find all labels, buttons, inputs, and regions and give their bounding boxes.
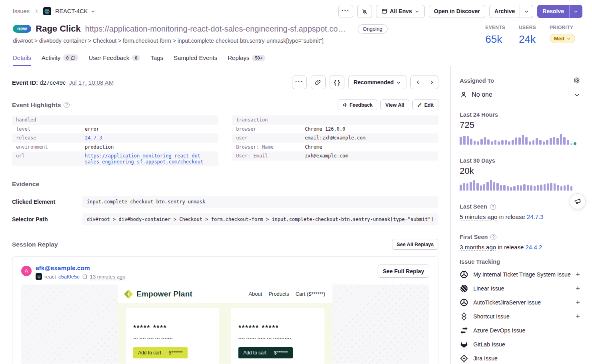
new-badge: new xyxy=(13,25,31,33)
replayed-site: Empower Plant About Products Cart ($****… xyxy=(118,284,332,364)
gitlab-icon xyxy=(460,340,468,349)
last-30-days-chart xyxy=(460,179,572,191)
tab-tags[interactable]: Tags xyxy=(150,54,163,66)
evidence-section: Evidence Clicked Element input.complete-… xyxy=(12,181,438,225)
chart-bar xyxy=(487,139,490,145)
megaphone-icon xyxy=(574,197,582,205)
previous-event-button[interactable] xyxy=(410,76,425,89)
chart-bar xyxy=(529,141,531,145)
see-all-replays-button[interactable]: See All Replays xyxy=(392,239,439,250)
replay-time-ago[interactable]: 13 minutes ago xyxy=(90,274,126,280)
chart-bar xyxy=(463,136,466,145)
issue-tracking-item[interactable]: Shortcut Issue + xyxy=(460,312,580,321)
site-brand: Empower Plant xyxy=(124,289,192,299)
highlight-key: browser xyxy=(236,126,305,132)
tab-sampled-events[interactable]: Sampled Events xyxy=(174,54,217,66)
issue-tracking-block: Issue Tracking My Internal Ticket Triage… xyxy=(460,259,580,363)
tab-replays[interactable]: Replays50+ xyxy=(228,54,265,66)
next-event-button[interactable] xyxy=(425,76,438,89)
archive-dropdown-button[interactable] xyxy=(520,5,533,18)
event-more-button[interactable]: ··· xyxy=(292,76,307,89)
chart-bar xyxy=(515,137,518,145)
highlight-value: zxh@example.com xyxy=(305,153,348,159)
evidence-row: Selector Path div#root > div#body-contai… xyxy=(12,213,438,225)
resolve-button[interactable]: Resolve xyxy=(537,5,569,18)
replay-card: A afk@example.com react c5af0e5c 13 minu… xyxy=(12,256,438,364)
chart-bar xyxy=(503,185,505,191)
highlight-row: transaction -- xyxy=(232,115,438,125)
json-button[interactable]: { } xyxy=(330,76,344,89)
session-replay-title: Session Replay xyxy=(12,241,58,248)
resolve-dropdown-button[interactable] xyxy=(569,5,582,18)
highlight-row: user email:zxh@example.com xyxy=(232,133,438,143)
site-nav-products: Products xyxy=(268,291,289,297)
help-icon[interactable]: ? xyxy=(490,234,496,240)
copy-link-button[interactable] xyxy=(311,76,326,89)
issue-tracking-item[interactable]: Azure DevOps Issue xyxy=(460,326,580,335)
chart-bar xyxy=(493,182,495,191)
first-seen-release-link[interactable]: 24.4.2 xyxy=(526,244,542,251)
event-highlights-title: Event Highlights ? xyxy=(12,101,70,109)
archive-button[interactable]: Archive xyxy=(489,5,520,18)
highlight-row: handled -- xyxy=(12,115,218,125)
replay-user-link[interactable]: afk@example.com xyxy=(36,265,126,272)
highlight-value[interactable]: 24.7.3 xyxy=(85,135,102,141)
assignee-selector[interactable]: No one xyxy=(460,91,580,99)
view-all-button[interactable]: View All xyxy=(380,99,409,110)
event-timestamp[interactable]: Jul 17, 10:08 AM xyxy=(69,79,114,86)
add-issue-link-button[interactable]: + xyxy=(576,312,580,321)
chart-bar xyxy=(505,140,507,145)
mute-alerts-button[interactable] xyxy=(357,5,372,18)
add-issue-link-button[interactable]: + xyxy=(576,284,580,293)
chevron-right-icon xyxy=(429,80,434,85)
replay-id-link[interactable]: c5af0e5c xyxy=(58,274,80,280)
help-icon[interactable]: ? xyxy=(64,102,70,108)
see-full-replay-button[interactable]: See Full Replay xyxy=(378,265,429,278)
highlight-row: release 24.7.3 xyxy=(12,133,218,143)
issue-tracking-item[interactable]: Linear Issue + xyxy=(460,284,580,293)
react-project-icon xyxy=(36,273,42,280)
chart-bar xyxy=(567,140,569,145)
feedback-float-button[interactable] xyxy=(570,193,586,209)
chart-bar xyxy=(570,143,573,145)
issue-tracking-item[interactable]: GitLab Issue xyxy=(460,340,580,349)
chart-bar xyxy=(507,186,509,191)
event-sort-dropdown[interactable]: Recommended xyxy=(348,76,406,89)
issue-tracking-item[interactable]: My Internal Ticket Triage System Issue + xyxy=(460,270,580,279)
last-seen-release-link[interactable]: 24.7.3 xyxy=(527,213,544,220)
resolve-button-group: Resolve xyxy=(537,5,582,18)
issue-tracking-item[interactable]: Jira Issue xyxy=(460,354,580,363)
chart-bar xyxy=(494,140,497,145)
users-count[interactable]: 24k xyxy=(519,33,536,46)
tab-details[interactable]: Details xyxy=(13,54,31,66)
breadcrumb-issues-link[interactable]: Issues xyxy=(13,8,30,14)
tab-user-feedback[interactable]: User Feedback0 xyxy=(89,54,140,66)
issue-tracking-item[interactable]: AutoTicketJiraServer Issue + xyxy=(460,298,580,307)
last-seen-block: Last Seen ? 5 minutes ago in release 24.… xyxy=(460,203,580,220)
replay-viewport[interactable]: Empower Plant About Products Cart ($****… xyxy=(21,284,429,364)
chart-bar xyxy=(510,187,512,191)
last-seen-ago[interactable]: 5 minutes ago xyxy=(460,213,497,220)
environment-selector[interactable]: All Envs xyxy=(376,5,425,18)
chart-bar xyxy=(463,183,465,191)
chart-bar xyxy=(501,140,504,145)
help-icon[interactable]: ? xyxy=(490,204,496,210)
chart-bar xyxy=(483,184,485,191)
gear-icon[interactable] xyxy=(573,77,580,84)
feedback-button[interactable]: Feedback xyxy=(338,99,378,110)
priority-dropdown[interactable]: Med xyxy=(550,34,575,43)
events-count[interactable]: 65k xyxy=(485,33,505,46)
add-issue-link-button[interactable]: + xyxy=(576,298,580,307)
jira-icon xyxy=(460,354,468,363)
chart-bar xyxy=(498,141,500,145)
chart-bar xyxy=(553,137,556,145)
tab-activity[interactable]: Activity 0 xyxy=(42,54,78,66)
more-actions-button[interactable]: ··· xyxy=(338,5,353,18)
breadcrumb-issue-id[interactable]: REACT-4CK xyxy=(55,8,96,14)
highlight-value[interactable]: https://application-monitoring-react-dot… xyxy=(85,153,203,165)
add-issue-link-button[interactable]: + xyxy=(576,270,580,279)
edit-button[interactable]: Edit xyxy=(412,99,439,110)
first-seen-ago[interactable]: 3 months ago xyxy=(460,244,496,251)
open-in-discover-button[interactable]: Open in Discover xyxy=(429,5,485,18)
last-24-hours-block: Last 24 Hours 725 xyxy=(460,111,580,145)
